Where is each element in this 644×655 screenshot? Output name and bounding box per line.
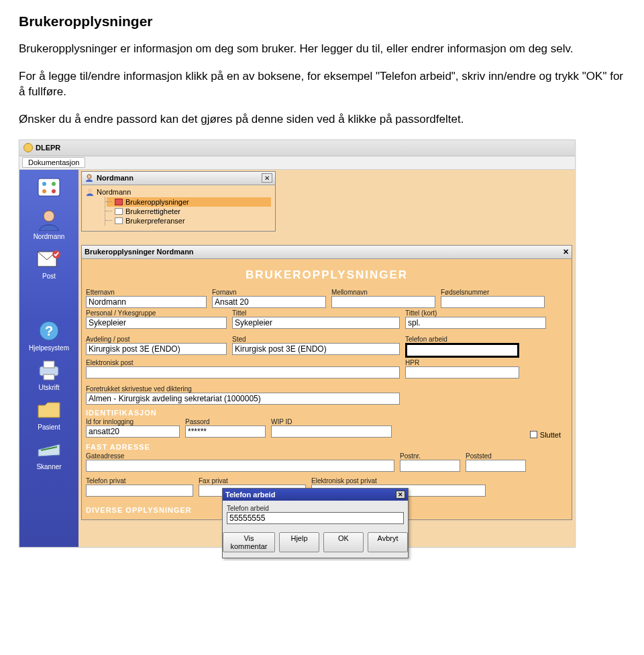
doc-paragraph-3: Ønsker du å endre passord kan det gjøres…: [19, 112, 625, 128]
sidebar-item-user[interactable]: Nordmann: [19, 203, 78, 243]
doc-heading: Brukeropplysninger: [19, 13, 625, 30]
field-yrkesgruppe[interactable]: Sykepleier: [86, 317, 227, 329]
label-tittel: Tittel: [232, 309, 400, 317]
label-gateadresse: Gateadresse: [86, 452, 394, 460]
tree-window: Nordmann ✕ Nordmann Brukeropplysninger: [81, 171, 276, 232]
tree-root-icon: [86, 188, 94, 196]
checkbox-box-icon: [530, 431, 537, 438]
label-fax-privat: Fax privat: [199, 477, 306, 485]
tree-item-brukeropplysninger[interactable]: Brukeropplysninger: [107, 197, 271, 207]
label-poststed: Poststed: [466, 452, 526, 460]
dialog-field-input[interactable]: 55555555: [227, 512, 404, 524]
field-fodselsnummer[interactable]: [441, 296, 545, 308]
field-passord[interactable]: ******: [185, 425, 266, 438]
field-postnr[interactable]: [400, 460, 460, 472]
sidebar-item-scanner[interactable]: Skanner: [19, 434, 78, 473]
sidebar-item-label: Nordmann: [19, 233, 78, 240]
tree-node-icon: [115, 208, 123, 215]
sidebar-item-post[interactable]: Post: [19, 243, 78, 283]
sidebar-item-help[interactable]: ? Hjelpesystem: [19, 315, 78, 354]
field-etternavn[interactable]: Nordmann: [86, 296, 207, 308]
mail-icon: [34, 247, 64, 271]
tree-root[interactable]: Nordmann: [86, 188, 271, 196]
sidebar-item-modules[interactable]: [19, 171, 78, 203]
label-passord: Passord: [185, 418, 266, 425]
svg-text:?: ?: [45, 323, 53, 338]
app-title: DLEPR: [36, 144, 60, 152]
tree-node-icon: [115, 199, 123, 205]
label-hpr: HPR: [405, 359, 519, 366]
form-heading: BRUKEROPPLYSNINGER: [86, 259, 568, 289]
label-fornavn: Fornavn: [212, 289, 326, 296]
close-icon[interactable]: ✕: [262, 173, 272, 183]
close-icon[interactable]: ✕: [396, 491, 405, 499]
edit-dialog: Telefon arbeid ✕ Telefon arbeid 55555555…: [222, 488, 409, 558]
button-hjelp[interactable]: Hjelp: [279, 532, 319, 552]
label-tlf-privat: Telefon privat: [86, 477, 193, 485]
field-poststed[interactable]: [466, 460, 526, 472]
form-panel: Brukeropplysninger Nordmann ✕ BRUKEROPPL…: [81, 245, 572, 520]
tab-dokumentasjon[interactable]: Dokumentasjon: [22, 157, 85, 168]
field-gateadresse[interactable]: [86, 460, 394, 472]
tree-root-label: Nordmann: [97, 188, 131, 196]
field-sted[interactable]: Kirurgisk post 3E (ENDO): [232, 343, 400, 355]
label-tittel-kort: Tittel (kort): [405, 309, 546, 317]
tree-item-label: Brukerrettigheter: [125, 207, 180, 215]
tree-window-title: Nordmann: [97, 174, 133, 182]
form-window-title: Brukeropplysninger Nordmann: [85, 248, 194, 256]
app-window: DLEPR Dokumentasjon Nordmann: [19, 140, 576, 548]
field-mellomnavn[interactable]: [331, 296, 435, 308]
sidebar-item-patient[interactable]: Pasient: [19, 394, 78, 434]
sidebar-item-label: Utskrift: [19, 384, 78, 391]
tree-node-icon: [115, 217, 123, 224]
dialog-title: Telefon arbeid: [225, 491, 275, 499]
label-etternavn: Etternavn: [86, 289, 207, 296]
field-tittel-kort[interactable]: spl.: [405, 317, 546, 329]
checkbox-sluttet[interactable]: Sluttet: [530, 431, 561, 439]
field-hpr[interactable]: [405, 366, 519, 379]
label-fodselsnummer: Fødselsnummer: [441, 289, 545, 296]
person-small-icon: [85, 174, 94, 182]
field-tlf-privat[interactable]: [86, 485, 193, 497]
label-mellomnavn: Mellomnavn: [331, 289, 435, 296]
label-skrivestue: Foretrukket skrivestue ved diktering: [86, 385, 400, 393]
svg-rect-0: [38, 179, 60, 196]
label-epost-privat: Elektronisk post privat: [311, 477, 486, 485]
label-login-id: Id for innlogging: [86, 418, 180, 425]
sidebar-item-print[interactable]: Utskrift: [19, 354, 78, 394]
close-icon[interactable]: ✕: [563, 248, 569, 256]
svg-point-5: [44, 211, 54, 221]
svg-point-15: [88, 189, 92, 193]
scanner-icon: [34, 438, 64, 462]
svg-point-4: [52, 189, 56, 193]
tree-item-brukerrettigheter[interactable]: Brukerrettigheter: [107, 207, 271, 216]
field-login-id[interactable]: ansatt20: [86, 425, 180, 438]
button-ok[interactable]: OK: [323, 532, 364, 552]
label-yrkesgruppe: Personal / Yrkesgruppe: [86, 309, 227, 317]
tree-item-brukerpreferanser[interactable]: Brukerpreferanser: [107, 216, 271, 225]
field-wipid[interactable]: [271, 425, 392, 438]
label-epost: Elektronisk post: [86, 359, 400, 366]
svg-point-2: [52, 182, 56, 186]
field-skrivestue[interactable]: Almen - Kirurgisk avdeling sekretariat (…: [86, 393, 400, 405]
button-vis-kommentar[interactable]: Vis kommentar: [223, 532, 275, 552]
sidebar-item-label: Post: [19, 272, 78, 280]
svg-rect-11: [44, 361, 54, 368]
folder-icon: [34, 398, 64, 422]
label-postnr: Postnr.: [400, 452, 460, 460]
checkbox-label: Sluttet: [540, 431, 561, 439]
tree-item-label: Brukerpreferanser: [125, 217, 185, 225]
button-avbryt[interactable]: Avbryt: [368, 532, 408, 552]
sidebar-item-label: Pasient: [19, 423, 78, 431]
label-sted: Sted: [232, 336, 400, 343]
section-identifikasjon: IDENTIFIKASJON: [86, 409, 568, 417]
field-telefon-arbeid[interactable]: [405, 343, 519, 358]
sidebar-item-blank: [19, 283, 78, 315]
field-fornavn[interactable]: Ansatt 20: [212, 296, 326, 308]
field-avdeling[interactable]: Kirurgisk post 3E (ENDO): [86, 343, 227, 355]
app-toolbar: Dokumentasjon: [19, 156, 575, 170]
help-icon: ?: [34, 319, 64, 343]
field-epost[interactable]: [86, 366, 400, 379]
field-tittel[interactable]: Sykepleier: [232, 317, 400, 329]
sidebar-item-label: Hjelpesystem: [19, 344, 78, 352]
